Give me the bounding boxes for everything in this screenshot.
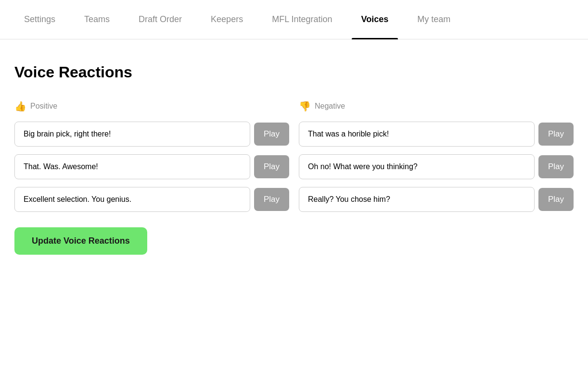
positive-reaction-row-3: Play (14, 187, 289, 212)
page-title: Voice Reactions (14, 63, 574, 81)
nav-item-voices[interactable]: Voices (347, 0, 403, 39)
update-voice-reactions-button[interactable]: Update Voice Reactions (14, 227, 147, 255)
positive-reaction-input-3[interactable] (14, 187, 250, 212)
positive-reaction-row-2: Play (14, 154, 289, 179)
thumbs-up-icon: 👍 (14, 100, 26, 112)
negative-column: 👎 Negative Play Play Play (299, 100, 574, 212)
positive-play-button-2[interactable]: Play (254, 155, 289, 178)
negative-reaction-row-2: Play (299, 154, 574, 179)
positive-reaction-input-2[interactable] (14, 154, 250, 179)
nav-item-my-team[interactable]: My team (403, 0, 465, 39)
negative-reaction-input-1[interactable] (299, 122, 535, 147)
positive-column: 👍 Positive Play Play Play (14, 100, 289, 212)
negative-play-button-2[interactable]: Play (538, 155, 574, 178)
nav-item-settings[interactable]: Settings (10, 0, 70, 39)
nav-item-draft-order[interactable]: Draft Order (124, 0, 196, 39)
nav-bar: Settings Teams Draft Order Keepers MFL I… (0, 0, 588, 39)
negative-play-button-3[interactable]: Play (538, 188, 574, 211)
positive-play-button-3[interactable]: Play (254, 188, 289, 211)
negative-reaction-row-1: Play (299, 122, 574, 147)
nav-item-teams[interactable]: Teams (70, 0, 124, 39)
positive-reaction-input-1[interactable] (14, 122, 250, 147)
negative-reaction-input-3[interactable] (299, 187, 535, 212)
negative-header: 👎 Negative (299, 100, 574, 112)
reactions-grid: 👍 Positive Play Play Play 👎 Negative (14, 100, 574, 212)
positive-reaction-row-1: Play (14, 122, 289, 147)
negative-reaction-row-3: Play (299, 187, 574, 212)
page-content: Voice Reactions 👍 Positive Play Play Pla… (0, 39, 588, 274)
positive-header: 👍 Positive (14, 100, 289, 112)
positive-play-button-1[interactable]: Play (254, 123, 289, 146)
negative-play-button-1[interactable]: Play (538, 123, 574, 146)
nav-item-mfl-integration[interactable]: MFL Integration (257, 0, 346, 39)
nav-item-keepers[interactable]: Keepers (196, 0, 257, 39)
negative-reaction-input-2[interactable] (299, 154, 535, 179)
thumbs-down-icon: 👎 (299, 100, 311, 112)
